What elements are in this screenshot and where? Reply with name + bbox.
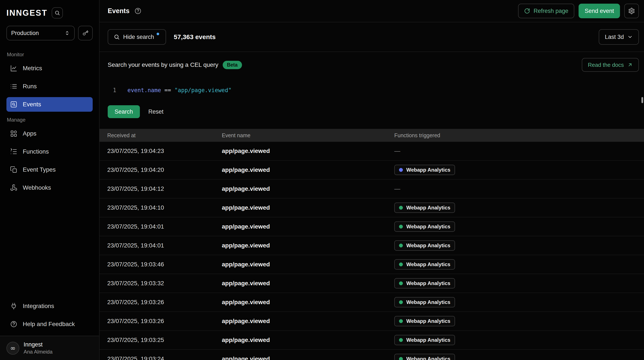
cel-query-code: event.name == "app/page.viewed" [128, 86, 232, 94]
row-functions: Webapp Analytics [394, 259, 644, 270]
table-row[interactable]: 23/07/2025, 19:03:46 app/page.viewed Web… [100, 255, 644, 274]
row-event-name: app/page.viewed [222, 242, 394, 249]
sidebar-item-label: Functions [23, 148, 49, 155]
table-row[interactable]: 23/07/2025, 19:03:32 app/page.viewed Web… [100, 274, 644, 293]
status-dot [399, 168, 403, 172]
table-row[interactable]: 23/07/2025, 19:03:26 app/page.viewed Web… [100, 312, 644, 331]
main-content: Events Refresh page Send event [100, 0, 644, 360]
runs-list-icon [10, 82, 18, 90]
code-token-operator: == [161, 87, 174, 93]
time-range-button[interactable]: Last 3d [599, 29, 639, 45]
environment-selector[interactable]: Production [6, 26, 75, 40]
table-row[interactable]: 23/07/2025, 19:04:20 app/page.viewed Web… [100, 161, 644, 179]
table-row[interactable]: 23/07/2025, 19:04:10 app/page.viewed Web… [100, 199, 644, 217]
row-received-at: 23/07/2025, 19:04:20 [107, 166, 222, 173]
sidebar-item-webhooks[interactable]: Webhooks [6, 181, 93, 195]
search-button[interactable]: Search [108, 105, 140, 118]
function-pill-label: Webapp Analytics [406, 299, 450, 305]
function-pill[interactable]: Webapp Analytics [394, 203, 455, 213]
function-pill[interactable]: Webapp Analytics [394, 278, 455, 288]
read-the-docs-button[interactable]: Read the docs [582, 58, 639, 72]
table-body: 23/07/2025, 19:04:23 app/page.viewed — 2… [100, 142, 644, 360]
sidebar-item-apps[interactable]: Apps [6, 126, 93, 141]
scrollbar-thumb[interactable] [642, 97, 643, 103]
refresh-page-button[interactable]: Refresh page [518, 4, 574, 18]
row-functions: Webapp Analytics [394, 297, 644, 307]
settings-button[interactable] [624, 4, 639, 18]
sidebar-item-events[interactable]: Events [6, 97, 93, 112]
time-range-label: Last 3d [605, 34, 624, 40]
row-functions: — [394, 185, 644, 192]
table-row[interactable]: 23/07/2025, 19:04:01 app/page.viewed Web… [100, 217, 644, 236]
page-header: Events Refresh page Send event [100, 0, 644, 22]
arrow-up-right-icon [627, 62, 633, 68]
row-functions: Webapp Analytics [394, 203, 644, 213]
sidebar-item-label: Runs [23, 83, 37, 90]
table-row[interactable]: 23/07/2025, 19:03:25 app/page.viewed Web… [100, 331, 644, 350]
status-dot [399, 357, 403, 360]
table-row[interactable]: 23/07/2025, 19:04:12 app/page.viewed — [100, 179, 644, 199]
column-received-at: Received at [107, 132, 222, 138]
sidebar-section-manage: Manage [0, 112, 99, 126]
function-pill[interactable]: Webapp Analytics [394, 259, 455, 270]
sidebar-item-runs[interactable]: Runs [6, 79, 93, 94]
inngest-mark-icon: ∞ [10, 344, 16, 352]
function-pill[interactable]: Webapp Analytics [394, 335, 455, 345]
event-keys-button[interactable] [78, 26, 93, 40]
status-dot [399, 206, 403, 210]
table-row[interactable]: 23/07/2025, 19:03:26 app/page.viewed Web… [100, 293, 644, 312]
reset-button[interactable]: Reset [148, 108, 164, 115]
table-row[interactable]: 23/07/2025, 19:04:01 app/page.viewed Web… [100, 236, 644, 255]
sidebar-item-metrics[interactable]: Metrics [6, 61, 93, 76]
hide-search-button[interactable]: Hide search [108, 29, 166, 45]
row-functions: Webapp Analytics [394, 222, 644, 232]
send-event-button[interactable]: Send event [578, 4, 620, 18]
code-token-property: name [148, 87, 161, 93]
status-dot [399, 244, 403, 247]
column-event-name: Event name [222, 132, 394, 138]
function-pill[interactable]: Webapp Analytics [394, 240, 455, 251]
sidebar-item-label: Apps [23, 130, 36, 137]
row-functions: Webapp Analytics [394, 316, 644, 326]
chevrons-up-down-icon [64, 30, 70, 36]
row-event-name: app/page.viewed [222, 299, 394, 306]
function-pill[interactable]: Webapp Analytics [394, 354, 455, 360]
user-menu[interactable]: ∞ Inngest Ana Almeida [0, 336, 99, 360]
row-event-name: app/page.viewed [222, 166, 394, 173]
plug-icon [10, 302, 18, 310]
cel-query-editor[interactable]: 1 event.name == "app/page.viewed" [108, 86, 639, 94]
function-pill[interactable]: Webapp Analytics [394, 316, 455, 326]
key-icon [82, 30, 88, 36]
row-functions: Webapp Analytics [394, 240, 644, 251]
sidebar-item-label: Metrics [23, 65, 42, 72]
function-pill-label: Webapp Analytics [406, 356, 450, 360]
row-received-at: 23/07/2025, 19:03:32 [107, 280, 222, 287]
function-pill[interactable]: Webapp Analytics [394, 165, 455, 175]
sidebar-section-monitor: Monitor [0, 46, 99, 61]
sidebar-item-event-types[interactable]: Event Types [6, 162, 93, 177]
function-pill-label: Webapp Analytics [406, 167, 450, 173]
hide-search-label: Hide search [123, 34, 154, 40]
sidebar-item-label: Event Types [23, 166, 56, 173]
function-pill-label: Webapp Analytics [406, 280, 450, 286]
table-row[interactable]: 23/07/2025, 19:03:24 app/page.viewed Web… [100, 350, 644, 360]
global-search-button[interactable] [52, 7, 63, 19]
status-dot [399, 225, 403, 229]
sidebar-item-functions[interactable]: Functions [6, 144, 93, 159]
page-help-icon[interactable] [134, 7, 142, 15]
sidebar-item-label: Help and Feedback [23, 321, 75, 327]
cel-search-panel: Search your events by using a CEL query … [100, 52, 644, 129]
status-dot [399, 281, 403, 285]
copy-icon [10, 166, 18, 173]
row-event-name: app/page.viewed [222, 147, 394, 154]
sidebar-item-help-and-feedback[interactable]: Help and Feedback [6, 317, 93, 331]
line-number: 1 [110, 86, 116, 94]
table-row[interactable]: 23/07/2025, 19:04:23 app/page.viewed — [100, 142, 644, 161]
search-prompt: Search your events by using a CEL query [108, 61, 218, 68]
row-event-name: app/page.viewed [222, 185, 394, 192]
row-received-at: 23/07/2025, 19:04:01 [107, 242, 222, 249]
sidebar-item-integrations[interactable]: Integrations [6, 299, 93, 313]
function-list-icon [10, 148, 18, 155]
function-pill[interactable]: Webapp Analytics [394, 222, 455, 232]
function-pill[interactable]: Webapp Analytics [394, 297, 455, 307]
